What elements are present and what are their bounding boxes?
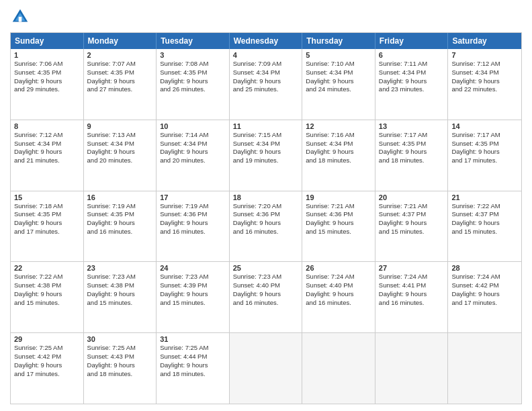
cell-line: Daylight: 9 hours	[233, 219, 299, 228]
cell-line: Sunrise: 7:11 AM	[379, 60, 445, 68]
cell-line: Sunrise: 7:17 AM	[379, 131, 445, 140]
cell-line: Sunrise: 7:25 AM	[14, 344, 80, 353]
calendar-week-1: 1Sunrise: 7:06 AMSunset: 4:35 PMDaylight…	[11, 49, 521, 120]
day-number: 7	[451, 51, 518, 59]
cell-line: Sunset: 4:38 PM	[14, 281, 80, 290]
day-cell-14: 14Sunrise: 7:17 AMSunset: 4:35 PMDayligh…	[448, 120, 521, 191]
cell-line: Daylight: 9 hours	[379, 77, 445, 86]
cell-line: Sunrise: 7:12 AM	[14, 131, 80, 140]
cell-line: Sunset: 4:38 PM	[87, 281, 153, 290]
day-number: 26	[306, 264, 371, 272]
header-day-tuesday: Tuesday	[157, 33, 230, 49]
cell-line: Sunrise: 7:19 AM	[160, 202, 226, 211]
cell-line: and 20 minutes.	[87, 156, 153, 165]
cell-line: Daylight: 9 hours	[451, 290, 518, 299]
cell-line: Daylight: 9 hours	[14, 219, 80, 228]
cell-line: Sunrise: 7:10 AM	[306, 60, 371, 68]
cell-line: and 16 minutes.	[233, 228, 299, 236]
cell-line: Sunrise: 7:21 AM	[379, 202, 445, 211]
empty-cell	[302, 333, 375, 404]
header-day-friday: Friday	[375, 33, 449, 49]
cell-line: Daylight: 9 hours	[306, 77, 371, 86]
day-cell-16: 16Sunrise: 7:19 AMSunset: 4:35 PMDayligh…	[84, 191, 157, 262]
cell-line: Daylight: 9 hours	[379, 290, 445, 299]
day-cell-8: 8Sunrise: 7:12 AMSunset: 4:34 PMDaylight…	[11, 120, 84, 191]
day-cell-20: 20Sunrise: 7:21 AMSunset: 4:37 PMDayligh…	[375, 191, 449, 262]
day-cell-19: 19Sunrise: 7:21 AMSunset: 4:36 PMDayligh…	[302, 191, 375, 262]
cell-line: Sunrise: 7:24 AM	[379, 273, 445, 281]
day-cell-10: 10Sunrise: 7:14 AMSunset: 4:34 PMDayligh…	[157, 120, 230, 191]
day-number: 31	[160, 335, 226, 343]
cell-line: Sunrise: 7:24 AM	[451, 273, 518, 281]
cell-line: Daylight: 9 hours	[379, 219, 445, 228]
cell-line: and 29 minutes.	[14, 85, 80, 94]
cell-line: Sunset: 4:40 PM	[306, 281, 371, 290]
cell-line: and 15 minutes.	[306, 228, 371, 236]
cell-line: Daylight: 9 hours	[87, 148, 153, 156]
cell-line: Sunset: 4:34 PM	[306, 140, 371, 148]
cell-line: Sunrise: 7:07 AM	[87, 60, 153, 68]
day-cell-6: 6Sunrise: 7:11 AMSunset: 4:34 PMDaylight…	[375, 49, 449, 120]
cell-line: Daylight: 9 hours	[233, 290, 299, 299]
cell-line: Sunset: 4:40 PM	[233, 281, 299, 290]
day-number: 11	[233, 122, 299, 130]
cell-line: Sunset: 4:35 PM	[379, 140, 445, 148]
cell-line: Daylight: 9 hours	[160, 77, 226, 86]
cell-line: Daylight: 9 hours	[306, 290, 371, 299]
cell-line: and 15 minutes.	[14, 299, 80, 308]
cell-line: Daylight: 9 hours	[87, 361, 153, 370]
day-number: 4	[233, 51, 299, 59]
cell-line: Sunrise: 7:18 AM	[14, 202, 80, 211]
day-number: 15	[14, 193, 80, 201]
day-number: 2	[87, 51, 153, 59]
day-number: 9	[87, 122, 153, 130]
cell-line: Sunrise: 7:08 AM	[160, 60, 226, 68]
cell-line: Sunrise: 7:20 AM	[233, 202, 299, 211]
cell-line: and 17 minutes.	[14, 370, 80, 379]
cell-line: and 18 minutes.	[379, 156, 445, 165]
cell-line: Sunrise: 7:12 AM	[451, 60, 518, 68]
cell-line: and 16 minutes.	[233, 299, 299, 308]
cell-line: Sunrise: 7:13 AM	[87, 131, 153, 140]
cell-line: Sunset: 4:35 PM	[87, 68, 153, 77]
empty-cell	[375, 333, 449, 404]
empty-cell	[448, 333, 521, 404]
day-number: 8	[14, 122, 80, 130]
cell-line: and 15 minutes.	[160, 299, 226, 308]
cell-line: and 26 minutes.	[160, 85, 226, 94]
empty-cell	[230, 333, 303, 404]
cell-line: and 17 minutes.	[14, 228, 80, 236]
cell-line: Sunset: 4:34 PM	[233, 68, 299, 77]
cell-line: Daylight: 9 hours	[14, 148, 80, 156]
cell-line: Daylight: 9 hours	[379, 148, 445, 156]
svg-rect-2	[19, 17, 22, 22]
cell-line: Sunrise: 7:21 AM	[306, 202, 371, 211]
cell-line: Sunset: 4:35 PM	[14, 210, 80, 219]
day-cell-26: 26Sunrise: 7:24 AMSunset: 4:40 PMDayligh…	[302, 262, 375, 332]
cell-line: Daylight: 9 hours	[87, 219, 153, 228]
day-number: 29	[14, 335, 80, 343]
cell-line: Sunset: 4:36 PM	[306, 210, 371, 219]
calendar-header: SundayMondayTuesdayWednesdayThursdayFrid…	[11, 33, 521, 49]
cell-line: and 17 minutes.	[451, 299, 518, 308]
header-day-thursday: Thursday	[302, 33, 375, 49]
cell-line: Daylight: 9 hours	[14, 77, 80, 86]
day-number: 1	[14, 51, 80, 59]
cell-line: Sunset: 4:34 PM	[306, 68, 371, 77]
day-number: 16	[87, 193, 153, 201]
cell-line: Sunset: 4:34 PM	[379, 68, 445, 77]
cell-line: Sunset: 4:42 PM	[14, 353, 80, 361]
day-number: 3	[160, 51, 226, 59]
cell-line: and 23 minutes.	[379, 85, 445, 94]
cell-line: Sunrise: 7:23 AM	[87, 273, 153, 281]
day-number: 19	[306, 193, 371, 201]
day-cell-1: 1Sunrise: 7:06 AMSunset: 4:35 PMDaylight…	[11, 49, 84, 120]
day-number: 5	[306, 51, 371, 59]
header-day-monday: Monday	[84, 33, 157, 49]
cell-line: Daylight: 9 hours	[451, 148, 518, 156]
cell-line: and 27 minutes.	[87, 85, 153, 94]
day-cell-24: 24Sunrise: 7:23 AMSunset: 4:39 PMDayligh…	[157, 262, 230, 332]
cell-line: Sunset: 4:37 PM	[451, 210, 518, 219]
page: SundayMondayTuesdayWednesdayThursdayFrid…	[0, 0, 532, 411]
cell-line: Daylight: 9 hours	[160, 361, 226, 370]
